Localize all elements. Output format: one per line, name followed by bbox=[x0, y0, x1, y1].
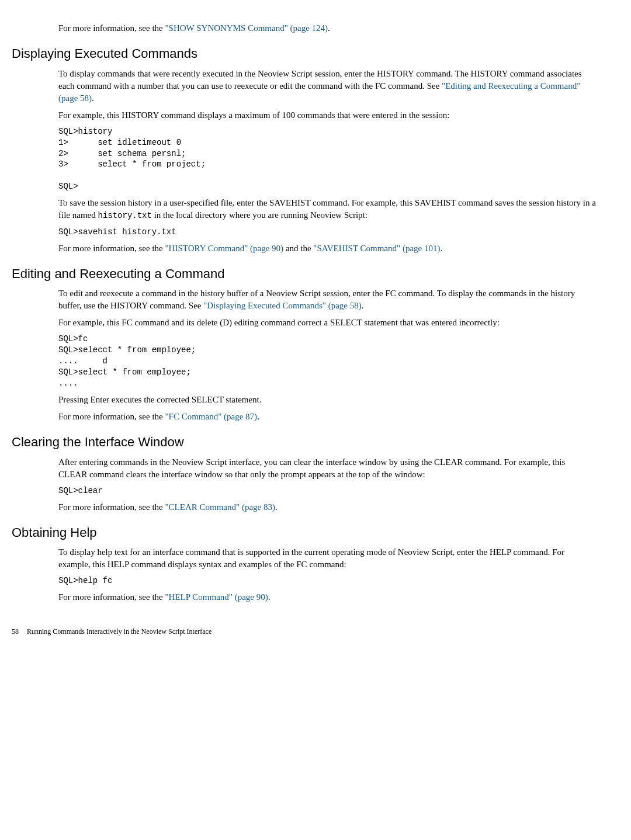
sec4-code1: SQL>help fc bbox=[58, 575, 596, 586]
intro-paragraph: For more information, see the "SHOW SYNO… bbox=[58, 22, 596, 34]
sec4-p2: For more information, see the "HELP Comm… bbox=[58, 591, 596, 603]
sec2-p4-post: . bbox=[257, 412, 259, 421]
sec2-p1-post: . bbox=[362, 301, 364, 310]
sec3-p1: After entering commands in the Neoview S… bbox=[58, 456, 596, 481]
sec1-p1-post: . bbox=[92, 93, 94, 103]
page-number: 58 bbox=[12, 627, 19, 637]
heading-displaying-executed-commands: Displaying Executed Commands bbox=[12, 45, 596, 63]
sec4-p2-pre: For more information, see the bbox=[58, 592, 165, 602]
fc-command-link[interactable]: "FC Command" (page 87) bbox=[165, 412, 257, 421]
sec1-p4-post: . bbox=[440, 244, 442, 253]
clear-command-link[interactable]: "CLEAR Command" (page 83) bbox=[165, 502, 275, 512]
intro-post: . bbox=[328, 23, 330, 33]
sec1-p3: To save the session history in a user-sp… bbox=[58, 197, 596, 222]
show-synonyms-link[interactable]: "SHOW SYNONYMS Command" (page 124) bbox=[165, 23, 328, 33]
sec3-p2-post: . bbox=[275, 502, 278, 512]
intro-pre: For more information, see the bbox=[58, 23, 165, 33]
heading-editing-reexecuting: Editing and Reexecuting a Command bbox=[12, 265, 596, 283]
sec1-p4-pre: For more information, see the bbox=[58, 244, 165, 253]
sec1-p3-post: in the local directory where you are run… bbox=[152, 210, 367, 220]
heading-obtaining-help: Obtaining Help bbox=[12, 524, 596, 542]
sec4-p1: To display help text for an interface co… bbox=[58, 546, 596, 571]
sec1-p1: To display commands that were recently e… bbox=[58, 68, 596, 105]
sec1-code2: SQL>savehist history.txt bbox=[58, 227, 596, 238]
sec1-p4-mid: and the bbox=[283, 244, 313, 253]
sec3-p2: For more information, see the "CLEAR Com… bbox=[58, 501, 596, 513]
history-command-link[interactable]: "HISTORY Command" (page 90) bbox=[165, 244, 283, 253]
sec2-p3: Pressing Enter executes the corrected SE… bbox=[58, 394, 596, 406]
sec2-p4: For more information, see the "FC Comman… bbox=[58, 411, 596, 423]
sec2-p2: For example, this FC command and its del… bbox=[58, 317, 596, 329]
sec3-code1: SQL>clear bbox=[58, 485, 596, 497]
sec3-p2-pre: For more information, see the bbox=[58, 502, 165, 512]
sec1-p2: For example, this HISTORY command displa… bbox=[58, 109, 596, 122]
sec2-p1: To edit and reexecute a command in the h… bbox=[58, 287, 596, 312]
sec2-code1: SQL>fc SQL>selecct * from employee; ....… bbox=[58, 334, 596, 388]
savehist-command-link[interactable]: "SAVEHIST Command" (page 101) bbox=[313, 244, 440, 253]
help-command-link[interactable]: "HELP Command" (page 90) bbox=[165, 592, 268, 602]
displaying-executed-link[interactable]: "Displaying Executed Commands" (page 58) bbox=[203, 301, 362, 310]
sec1-code1: SQL>history 1> set idletimeout 0 2> set … bbox=[58, 126, 596, 192]
heading-clearing-interface: Clearing the Interface Window bbox=[12, 433, 596, 452]
sec4-p2-post: . bbox=[268, 592, 271, 602]
footer-title: Running Commands Interactively in the Ne… bbox=[27, 627, 212, 636]
sec1-p3-code: history.txt bbox=[98, 211, 151, 220]
sec2-p4-pre: For more information, see the bbox=[58, 412, 165, 421]
sec1-p4: For more information, see the "HISTORY C… bbox=[58, 242, 596, 255]
